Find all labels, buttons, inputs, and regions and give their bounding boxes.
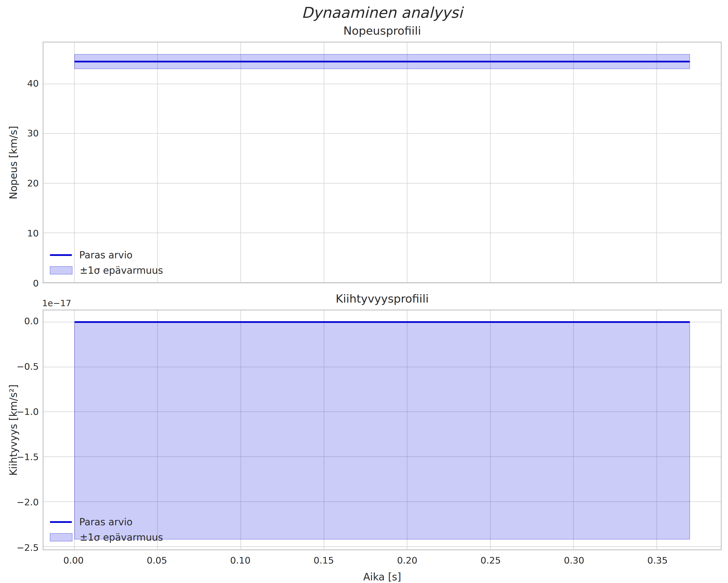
- acceleration-plot-area: [43, 309, 722, 550]
- legend-entry: Paras arvio: [50, 515, 163, 529]
- gridline-vertical: [240, 43, 241, 282]
- y-tick-label: 30: [27, 128, 39, 139]
- x-tick-label: 0.20: [397, 555, 417, 566]
- legend-label: Paras arvio: [79, 517, 133, 527]
- legend-label: ±1σ epävarmuus: [80, 532, 163, 543]
- y-tick-label: 20: [27, 178, 39, 189]
- y-tick-label: 40: [27, 78, 39, 89]
- gridline-horizontal: [44, 133, 721, 134]
- legend-line-sample: [50, 254, 72, 256]
- y-axis-offset-label: 1e−17: [42, 298, 71, 308]
- acceleration-legend: Paras arvio±1σ epävarmuus: [50, 515, 163, 544]
- y-tick-label: −1.5: [17, 452, 39, 462]
- legend-entry: ±1σ epävarmuus: [50, 531, 163, 544]
- legend-label: ±1σ epävarmuus: [80, 265, 163, 276]
- best-estimate-line: [74, 61, 690, 62]
- legend-line-sample: [50, 521, 72, 523]
- x-tick-label: 0.15: [314, 555, 334, 566]
- gridline-vertical: [74, 43, 75, 282]
- x-tick-label: 0.25: [480, 555, 501, 566]
- y-tick-label: 0.0: [24, 316, 39, 326]
- gridline-vertical: [324, 43, 324, 282]
- gridline-horizontal: [44, 282, 721, 283]
- y-tick-label: 10: [27, 228, 39, 239]
- figure: Dynaaminen analyysi Nopeusprofiili Nopeu…: [0, 0, 728, 583]
- y-tick-label: −2.0: [17, 497, 39, 507]
- acceleration-y-axis-label: Kiihtyvyys [km/s²]: [7, 384, 19, 476]
- velocity-plot-area: [43, 41, 722, 283]
- legend-entry: Paras arvio: [50, 248, 163, 262]
- gridline-vertical: [490, 43, 491, 282]
- velocity-chart-title: Nopeusprofiili: [343, 24, 421, 37]
- gridline-vertical: [407, 43, 407, 282]
- legend-patch-sample: [50, 266, 73, 274]
- acceleration-chart-title: Kiihtyvyysprofiili: [336, 292, 429, 305]
- acceleration-chart: Kiihtyvyysprofiili 1e−17 Kiihtyvyys [km/…: [43, 309, 722, 550]
- best-estimate-line: [74, 321, 690, 323]
- legend-patch-sample: [50, 533, 73, 542]
- velocity-chart: Nopeusprofiili Nopeus [km/s] 010203040 P…: [43, 41, 722, 283]
- y-tick-label: −2.5: [17, 543, 39, 553]
- x-tick-label: 0.05: [147, 555, 167, 566]
- gridline-vertical: [157, 43, 158, 282]
- x-tick-label: 0.30: [564, 555, 584, 566]
- velocity-y-axis-label: Nopeus [km/s]: [7, 126, 19, 199]
- velocity-legend: Paras arvio±1σ epävarmuus: [50, 248, 163, 277]
- y-tick-label: 0: [33, 278, 39, 288]
- x-tick-label: 0.10: [230, 555, 251, 566]
- y-tick-label: −1.0: [17, 407, 39, 417]
- y-tick-label: −0.5: [17, 361, 39, 372]
- gridline-vertical: [656, 43, 657, 282]
- gridline-horizontal: [44, 183, 721, 184]
- x-tick-label: 0.35: [647, 555, 668, 566]
- uncertainty-band: [74, 322, 690, 539]
- gridline-horizontal: [44, 547, 721, 547]
- gridline-horizontal: [44, 232, 721, 233]
- gridline-vertical: [573, 43, 574, 282]
- x-tick-label: 0.00: [63, 555, 84, 566]
- x-axis-label: Aika [s]: [363, 571, 401, 583]
- figure-title: Dynaaminen analyysi: [302, 4, 463, 21]
- legend-label: Paras arvio: [79, 249, 133, 260]
- legend-entry: ±1σ epävarmuus: [50, 263, 163, 277]
- gridline-horizontal: [44, 84, 721, 84]
